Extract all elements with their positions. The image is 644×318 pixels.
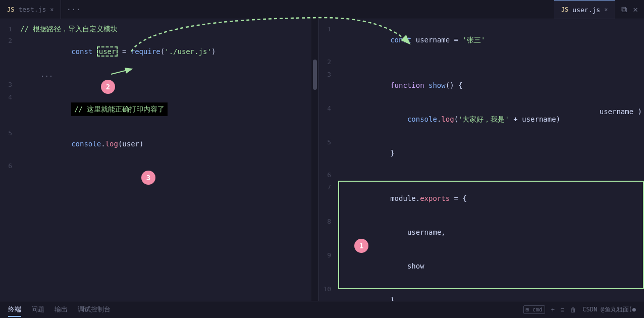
ln-6: 6 <box>0 161 20 172</box>
split-terminal-icon[interactable]: ⊟ <box>561 306 564 313</box>
status-bar: 终端 问题 输出 调试控制台 ⊞ cmd + ⊟ 🗑 CSDN @鱼丸粗面(● <box>0 301 644 318</box>
editor-container: 1 // 根据路径，导入自定义模块 2 const user = require… <box>0 19 644 301</box>
require-fn: require <box>131 47 160 56</box>
split-editor-icon[interactable]: ⧉ <box>621 5 627 14</box>
code-area-right: 1 const username = '张三' 2 3 function sho… <box>319 19 644 301</box>
line4-content: // 这里就能正确打印内容了 <box>20 91 310 127</box>
user-var-highlight: user <box>97 46 118 57</box>
r-code-line-6: 6 <box>319 170 644 181</box>
r-ln-9: 9 <box>319 250 339 261</box>
status-tabs: 终端 问题 输出 调试控制台 <box>8 303 111 317</box>
app-root: JS test.js × ··· JS user.js × ⧉ ✕ 1 <box>0 0 644 318</box>
tab-test-label: test.js <box>18 6 46 13</box>
code-line-6: 6 <box>0 161 318 172</box>
code-line-2b: ... <box>0 69 318 80</box>
tab-test-close[interactable]: × <box>50 6 53 13</box>
eq-op: = <box>118 47 130 56</box>
r-ln-1: 1 <box>319 24 339 35</box>
tab-user-close[interactable]: × <box>604 6 608 13</box>
ln-4: 4 <box>0 92 20 103</box>
tab-bar: JS test.js × ··· JS user.js × ⧉ ✕ <box>0 0 644 19</box>
require-path: './user.js' <box>165 47 211 56</box>
comment-highlight: // 这里就能正确打印内容了 <box>71 102 168 116</box>
status-tab-debug-console[interactable]: 调试控制台 <box>78 303 111 317</box>
code-line-2: 2 const user = require('./user.js') <box>0 35 318 69</box>
code-line-5: 5 console.log(user) <box>0 127 318 161</box>
username-annotation: username ) <box>600 108 644 116</box>
js-icon-right: JS <box>561 6 568 13</box>
terminal-icon: ⊞ cmd <box>523 305 545 314</box>
r-code-line-5: 5 } <box>319 136 644 170</box>
badge-1: 1 <box>354 239 368 253</box>
r-ln-5: 5 <box>319 137 339 148</box>
add-terminal-icon[interactable]: + <box>551 306 555 313</box>
status-right: ⊞ cmd + ⊟ 🗑 CSDN @鱼丸粗面(● <box>523 305 636 314</box>
code-line-4: 4 // 这里就能正确打印内容了 <box>0 91 318 127</box>
code-line-1: 1 // 根据路径，导入自定义模块 <box>0 23 318 35</box>
r-line5-content: } <box>339 136 636 170</box>
js-icon-left: JS <box>7 6 14 13</box>
left-scrollbar-thumb[interactable] <box>313 60 317 90</box>
r-ln-6: 6 <box>319 170 339 181</box>
tab-user-js[interactable]: JS user.js × <box>554 0 615 19</box>
r-ln-7: 7 <box>319 182 339 193</box>
tab-more-btn[interactable]: ··· <box>61 0 86 19</box>
code-line-3: 3 <box>0 80 318 91</box>
r-code-line-10: 10 } <box>319 283 644 301</box>
status-tab-problems[interactable]: 问题 <box>31 303 44 317</box>
status-tab-output[interactable]: 输出 <box>55 303 68 317</box>
panel-right: 1 const username = '张三' 2 3 function sho… <box>319 19 644 301</box>
r-line7-content: module.exports = { <box>339 181 636 215</box>
line5-content: console.log(user) <box>20 127 310 161</box>
line2-content: const user = require('./user.js') <box>20 35 310 69</box>
r-ln-4: 4 <box>319 103 339 114</box>
r-code-line-4: 4 console.log('大家好，我是' + username) <box>319 102 644 136</box>
r-code-line-2: 2 <box>319 57 644 68</box>
r-line8-content: username, <box>339 216 636 249</box>
panel-left: 1 // 根据路径，导入自定义模块 2 const user = require… <box>0 19 319 301</box>
code-area-left: 1 // 根据路径，导入自定义模块 2 const user = require… <box>0 19 318 176</box>
tab-user-label: user.js <box>572 6 600 14</box>
r-line3-content: function show() { <box>339 69 636 102</box>
ln-1: 1 <box>0 24 20 35</box>
r-code-line-9: 9 show <box>319 249 644 283</box>
r-line4-content: console.log('大家好，我是' + username) <box>339 102 636 136</box>
left-scrollbar-track[interactable] <box>311 19 318 301</box>
r-code-line-1: 1 const username = '张三' <box>319 23 644 57</box>
r-ln-3: 3 <box>319 70 339 80</box>
badge-2: 2 <box>101 80 115 94</box>
close-panel-icon[interactable]: ✕ <box>633 5 638 14</box>
r-ln-2: 2 <box>319 57 339 68</box>
r-code-line-7: 7 module.exports = { <box>319 181 644 215</box>
r-ln-10: 10 <box>319 284 339 295</box>
badge-3: 3 <box>141 171 155 185</box>
csdn-branding: CSDN @鱼丸粗面(● <box>582 305 636 314</box>
r-line1-content: const username = '张三' <box>339 23 636 57</box>
tab-test-js[interactable]: JS test.js × <box>0 0 61 19</box>
ln-5: 5 <box>0 128 20 139</box>
ellipsis: ... <box>20 69 310 80</box>
const-kw: const <box>71 47 97 56</box>
ln-3: 3 <box>0 80 20 90</box>
r-ln-8: 8 <box>319 217 339 227</box>
r-code-line-3: 3 function show() { <box>319 69 644 102</box>
r-line10-content: } <box>339 283 636 301</box>
trash-icon[interactable]: 🗑 <box>570 306 576 313</box>
line1-content: // 根据路径，导入自定义模块 <box>20 23 310 34</box>
ln-2: 2 <box>0 36 20 46</box>
r-line9-content: show <box>339 249 636 283</box>
tab-spacer <box>86 0 554 19</box>
tab-right-icons: ⧉ ✕ <box>615 0 644 19</box>
status-tab-terminal[interactable]: 终端 <box>8 303 21 317</box>
